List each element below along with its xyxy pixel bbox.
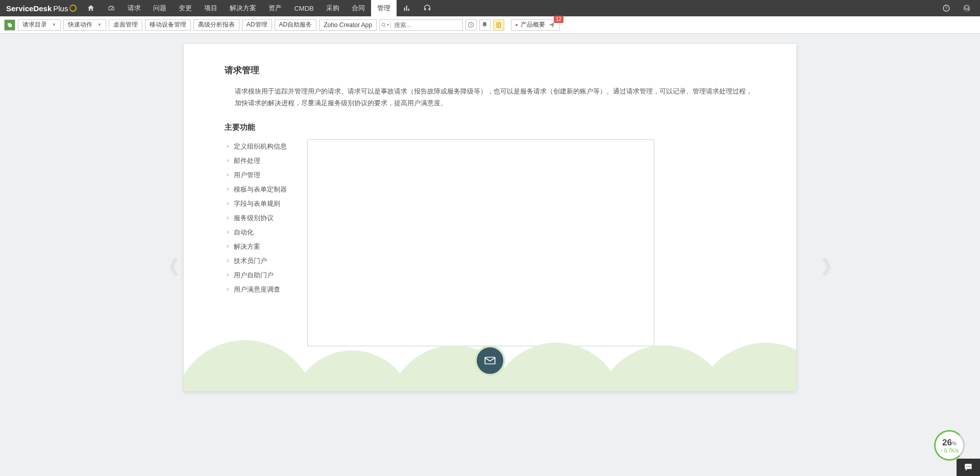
page-title: 请求管理 (225, 64, 755, 76)
nav-tab-0[interactable]: 请求 (121, 0, 147, 16)
reports-icon[interactable] (397, 0, 417, 16)
request-catalog-dropdown[interactable]: 请求目录▼ (18, 19, 61, 31)
feature-item-8[interactable]: 技术员门户 (225, 254, 287, 268)
toolbar-link-0[interactable]: 桌面管理 (109, 19, 142, 31)
nav-tab-4[interactable]: 解决方案 (224, 0, 262, 16)
page-description: 请求模块用于追踪并管理用户的请求。请求可以是事故请求（报告故障或服务降级等），也… (235, 85, 755, 109)
svg-rect-8 (485, 358, 495, 364)
feature-list: 定义组织机构信息邮件处理用户管理模板与表单定制器字段与表单规则服务级别协议自动化… (225, 139, 287, 346)
features-heading: 主要功能 (225, 123, 755, 132)
toolbar-link-3[interactable]: AD管理 (242, 19, 272, 31)
feature-item-10[interactable]: 用户满意度调查 (225, 282, 287, 297)
feature-item-9[interactable]: 用户自助门户 (225, 268, 287, 282)
svg-point-3 (966, 6, 968, 9)
user-avatar-icon[interactable] (957, 0, 980, 16)
top-navigation: ServiceDeskPlus 请求问题变更项目解决方案资产CMDB采购合同管理… (0, 0, 980, 16)
feature-item-5[interactable]: 服务级别协议 (225, 211, 287, 225)
feature-item-1[interactable]: 邮件处理 (225, 154, 287, 168)
feature-item-2[interactable]: 用户管理 (225, 168, 287, 182)
nav-tab-8[interactable]: 合同 (346, 0, 371, 16)
help-icon[interactable]: ? (936, 0, 957, 16)
preview-frame (307, 139, 654, 346)
app-logo[interactable]: ServiceDeskPlus (0, 4, 81, 13)
content-card: 请求管理 请求模块用于追踪并管理用户的请求。请求可以是事故请求（报告故障或服务降… (184, 44, 796, 391)
nav-tab-2[interactable]: 变更 (173, 0, 198, 16)
svg-point-4 (968, 9, 970, 11)
toolbar-link-1[interactable]: 移动设备管理 (145, 19, 191, 31)
prev-arrow[interactable]: ‹ (168, 249, 179, 277)
next-arrow[interactable]: › (821, 249, 832, 277)
secondary-toolbar: 请求目录▼ 快速动作▼ 桌面管理移动设备管理高级分析报表AD管理AD自助服务Zo… (0, 16, 980, 34)
nav-tab-6[interactable]: CMDB (288, 0, 320, 16)
quick-actions-dropdown[interactable]: 快速动作▼ (63, 19, 106, 31)
svg-point-5 (382, 23, 385, 26)
svg-point-10 (968, 466, 969, 467)
nav-tab-9[interactable]: 管理 (371, 0, 397, 16)
recent-items-icon[interactable] (465, 19, 477, 31)
nav-tab-7[interactable]: 采购 (320, 0, 346, 16)
mail-button[interactable] (475, 345, 505, 376)
feature-item-4[interactable]: 字段与表单规则 (225, 197, 287, 211)
support-icon[interactable] (417, 0, 437, 16)
nav-tab-3[interactable]: 项目 (198, 0, 224, 16)
feature-item-6[interactable]: 自动化 (225, 225, 287, 240)
toolbar-link-2[interactable]: 高级分析报表 (193, 19, 239, 31)
feature-item-0[interactable]: 定义组织机构信息 (225, 139, 287, 154)
svg-text:?: ? (945, 6, 948, 11)
feature-item-3[interactable]: 模板与表单定制器 (225, 182, 287, 197)
home-icon[interactable] (81, 0, 101, 16)
new-request-icon[interactable] (4, 19, 15, 31)
product-badge: 12 (554, 16, 564, 23)
feature-item-7[interactable]: 解决方案 (225, 240, 287, 254)
toolbar-link-5[interactable]: Zoho Creator App (319, 19, 377, 31)
svg-point-9 (967, 466, 968, 467)
notifications-icon[interactable] (479, 19, 491, 31)
notes-icon[interactable] (493, 19, 504, 31)
search-icon[interactable]: ▾ (380, 22, 391, 28)
performance-widget[interactable]: 26% ↑ 0.7K/s (934, 430, 965, 461)
search-box: ▾ (379, 19, 463, 31)
search-input[interactable] (391, 20, 462, 30)
dashboard-icon[interactable] (101, 0, 121, 16)
chat-icon[interactable] (957, 459, 980, 476)
nav-tab-1[interactable]: 问题 (147, 0, 173, 16)
product-overview-button[interactable]: 产品概要 12 (511, 19, 560, 31)
svg-point-11 (969, 466, 970, 467)
nav-tab-5[interactable]: 资产 (262, 0, 288, 16)
toolbar-link-4[interactable]: AD自助服务 (275, 19, 317, 31)
